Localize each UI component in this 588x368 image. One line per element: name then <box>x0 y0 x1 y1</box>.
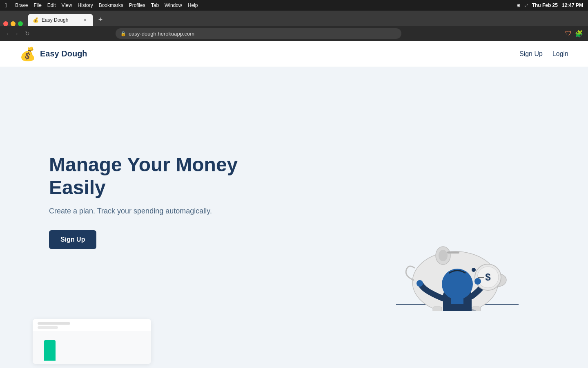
menu-profiles[interactable]: Profiles <box>129 2 145 8</box>
address-bar: ‹ › ↻ 🔒 easy-dough.herokuapp.com 🛡 🧩 <box>0 26 588 41</box>
svg-rect-9 <box>433 307 442 311</box>
time-display: 12:47 PM <box>562 2 583 8</box>
preview-card-chart <box>33 331 151 364</box>
menu-view[interactable]: View <box>62 2 72 8</box>
nav-signup-link[interactable]: Sign Up <box>519 50 543 58</box>
svg-point-17 <box>416 280 423 287</box>
svg-rect-8 <box>447 251 459 254</box>
menu-items: Brave File Edit View History Bookmarks P… <box>15 2 198 8</box>
reload-button[interactable]: ↻ <box>23 29 31 38</box>
webpage: 💰 Easy Dough Sign Up Login Manage Your M… <box>0 41 588 368</box>
tab-title: Easy Dough <box>42 17 78 23</box>
maximize-window-button[interactable] <box>18 21 23 26</box>
hero-section: Manage Your Money Easily Create a plan. … <box>0 67 588 311</box>
hero-illustration: $ <box>359 92 555 311</box>
svg-point-21 <box>474 278 481 285</box>
tab-favicon-icon: 💰 <box>33 17 38 23</box>
address-input[interactable]: 🔒 easy-dough.herokuapp.com <box>116 28 401 39</box>
close-window-button[interactable] <box>3 21 8 26</box>
url-text: easy-dough.herokuapp.com <box>129 31 194 37</box>
menu-brave[interactable]: Brave <box>15 2 28 8</box>
svg-point-15 <box>442 269 473 300</box>
preview-card <box>33 319 151 364</box>
clock: Thu Feb 25 <box>532 2 558 8</box>
menu-edit[interactable]: Edit <box>47 2 56 8</box>
tab-close-button[interactable]: ✕ <box>82 17 88 23</box>
menu-help[interactable]: Help <box>188 2 198 8</box>
hero-signup-button[interactable]: Sign Up <box>49 230 96 249</box>
minimize-window-button[interactable] <box>11 21 16 26</box>
bottom-preview-section <box>0 311 588 368</box>
svg-point-7 <box>472 268 476 272</box>
menu-bookmarks[interactable]: Bookmarks <box>99 2 123 8</box>
nav-links: Sign Up Login <box>519 50 568 58</box>
browser-chrome: 💰 Easy Dough ✕ + ‹ › ↻ 🔒 easy-dough.hero… <box>0 11 588 41</box>
nav-logo: 💰 Easy Dough <box>20 46 87 62</box>
menu-file[interactable]: File <box>33 2 41 8</box>
wifi-icon: ⇌ <box>524 3 528 8</box>
chart-bar <box>44 340 56 361</box>
tab-bar: 💰 Easy Dough ✕ + <box>0 11 588 26</box>
new-tab-button[interactable]: + <box>95 14 106 25</box>
menu-tab[interactable]: Tab <box>151 2 159 8</box>
hero-subtitle: Create a plan. Track your spending autom… <box>49 207 359 215</box>
svg-point-6 <box>439 250 448 261</box>
logo-text: Easy Dough <box>40 49 87 58</box>
extension-icon-1[interactable]: 🧩 <box>575 30 583 38</box>
piggy-bank-illustration: $ <box>380 172 535 311</box>
hero-title: Manage Your Money Easily <box>49 153 261 198</box>
nav-login-link[interactable]: Login <box>552 50 568 58</box>
svg-text:$: $ <box>485 272 491 283</box>
status-icons: ⊞ ⇌ Thu Feb 25 12:47 PM <box>517 2 583 8</box>
back-button[interactable]: ‹ <box>5 29 10 38</box>
menu-window[interactable]: Window <box>165 2 182 8</box>
menu-bar:  Brave File Edit View History Bookmarks… <box>0 0 588 11</box>
traffic-lights <box>3 21 23 26</box>
menu-history[interactable]: History <box>78 2 93 8</box>
logo-icon: 💰 <box>20 46 36 62</box>
control-center-icon: ⊞ <box>517 3 520 8</box>
apple-menu[interactable]:  <box>5 2 7 9</box>
hero-content: Manage Your Money Easily Create a plan. … <box>49 153 359 249</box>
browser-tab[interactable]: 💰 Easy Dough ✕ <box>28 14 93 26</box>
svg-rect-16 <box>451 298 463 304</box>
extension-icons: 🛡 🧩 <box>565 30 583 38</box>
lock-icon: 🔒 <box>120 31 126 36</box>
site-nav: 💰 Easy Dough Sign Up Login <box>0 41 588 67</box>
forward-button[interactable]: › <box>14 29 20 38</box>
brave-shield-icon[interactable]: 🛡 <box>565 30 572 37</box>
